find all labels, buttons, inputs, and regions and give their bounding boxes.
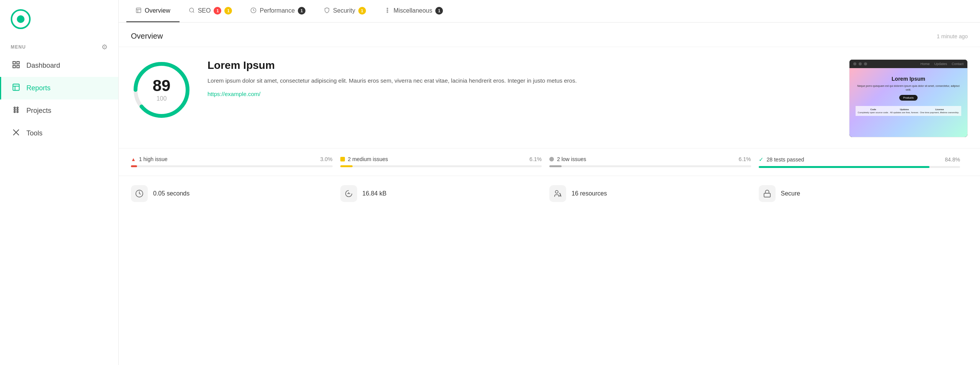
issues-row: ▲ 1 high issue 3.0% 2 medium issues 6.1%: [119, 148, 980, 176]
preview-footer-license-title: License: [920, 108, 959, 111]
tab-security-label: Security: [333, 7, 355, 14]
preview-dot-1: [853, 62, 856, 65]
overview-header: Overview 1 minute ago: [119, 23, 980, 47]
sidebar-item-dashboard[interactable]: Dashboard: [0, 54, 118, 77]
svg-rect-3: [17, 65, 19, 68]
passed-label: ✓ 28 tests passed: [759, 156, 804, 163]
site-info: Lorem Ipsum Lorem ipsum dolor sit amet, …: [207, 59, 834, 98]
preview-dot-3: [864, 62, 867, 65]
preview-footer-code: Code Completely open source code.: [858, 108, 889, 114]
tools-icon: [12, 128, 20, 139]
menu-label: MENU: [11, 44, 26, 50]
passed-pct: 84.8%: [945, 156, 960, 163]
passed-text: 28 tests passed: [767, 156, 804, 163]
high-issue-label: ▲ 1 high issue: [131, 156, 168, 162]
low-issue-bar-bg: [549, 165, 751, 167]
logo-inner: [17, 15, 24, 23]
passed-item: ✓ 28 tests passed 84.8%: [759, 156, 968, 168]
site-url[interactable]: https://example.com/: [207, 91, 260, 97]
sidebar: MENU ⚙ Dashboard Reports Projects Tool: [0, 0, 119, 365]
svg-rect-1: [17, 62, 19, 64]
settings-icon[interactable]: ⚙: [101, 43, 108, 51]
tab-seo[interactable]: SEO 1 1: [180, 0, 242, 22]
stat-resources-label: 16 resources: [572, 190, 607, 197]
svg-line-19: [193, 11, 194, 13]
stat-size-label: 16.84 kB: [363, 190, 387, 197]
tab-miscellaneous[interactable]: Miscellaneous 1: [375, 0, 452, 22]
overview-time: 1 minute ago: [937, 33, 968, 39]
overview-card: 89 100 Lorem Ipsum Lorem ipsum dolor sit…: [119, 47, 980, 148]
performance-tab-icon: [250, 7, 256, 15]
high-issue-pct: 3.0%: [320, 156, 333, 162]
medium-issue-icon: [340, 157, 345, 161]
stat-secure-icon: [759, 185, 776, 202]
seo-badge-red: 1: [214, 7, 221, 15]
medium-issue-label: 2 medium issues: [340, 156, 388, 162]
svg-point-18: [189, 8, 194, 12]
low-issue-icon: [549, 157, 554, 161]
site-description: Lorem ipsum dolor sit amet, consectetur …: [207, 76, 834, 85]
preview-dot-2: [859, 62, 862, 65]
site-preview: Home Updates Contact Lorem Ipsum Neque p…: [849, 59, 968, 137]
dashboard-label: Dashboard: [26, 62, 60, 70]
misc-tab-icon: [384, 7, 390, 15]
score-circle: 89 100: [131, 59, 192, 121]
passed-bar-bg: [759, 166, 960, 168]
high-issue-bar-bg: [131, 165, 333, 167]
tabs-bar: Overview SEO 1 1 Performance 1 Security …: [119, 0, 980, 23]
reports-label: Reports: [26, 84, 51, 92]
overview-tab-icon: [136, 7, 142, 15]
content-area: Overview 1 minute ago 89 100: [119, 23, 980, 365]
medium-issue-item: 2 medium issues 6.1%: [340, 156, 550, 167]
svg-point-29: [555, 191, 558, 193]
preview-footer-updates-title: Updates: [890, 108, 919, 111]
preview-subtext: Neque porro quisquam est qui dolorem ips…: [856, 84, 961, 92]
preview-nav: Home Updates Contact: [920, 62, 964, 66]
medium-issue-header: 2 medium issues 6.1%: [340, 156, 542, 162]
seo-tab-icon: [189, 7, 195, 15]
low-issue-label: 2 low issues: [549, 156, 586, 162]
low-issue-bar-fill: [549, 165, 562, 167]
security-tab-icon: [324, 7, 330, 15]
site-name: Lorem Ipsum: [207, 59, 834, 72]
svg-rect-4: [13, 84, 20, 91]
tab-security[interactable]: Security 1: [315, 0, 375, 22]
sidebar-item-reports[interactable]: Reports: [0, 77, 118, 99]
medium-issue-bar-fill: [340, 165, 353, 167]
score-text: 89 100: [153, 78, 171, 102]
seo-badge-yellow: 1: [224, 7, 232, 15]
svg-point-21: [387, 8, 388, 9]
projects-label: Projects: [26, 107, 51, 115]
tab-overview-label: Overview: [145, 7, 170, 14]
svg-point-23: [387, 11, 388, 13]
stat-resources-icon: [549, 185, 566, 202]
tools-label: Tools: [26, 129, 42, 137]
low-issue-pct: 6.1%: [739, 156, 751, 162]
svg-point-9: [14, 111, 16, 113]
sidebar-item-projects[interactable]: Projects: [0, 99, 118, 122]
preview-footer: Code Completely open source code. Update…: [856, 106, 961, 116]
stat-speed-icon: [131, 185, 148, 202]
high-issue-bar-fill: [131, 165, 137, 167]
sidebar-item-tools[interactable]: Tools: [0, 122, 118, 145]
tab-overview[interactable]: Overview: [126, 0, 180, 22]
overview-title: Overview: [131, 32, 163, 41]
stat-speed: 0.05 seconds: [131, 185, 340, 202]
passed-icon: ✓: [759, 156, 764, 163]
high-issue-item: ▲ 1 high issue 3.0%: [131, 156, 340, 167]
preview-footer-code-desc: Completely open source code.: [858, 111, 889, 114]
performance-badge: 1: [298, 7, 305, 15]
medium-issue-text: 2 medium issues: [348, 156, 388, 162]
svg-point-10: [17, 107, 18, 109]
preview-browser-bar: Home Updates Contact: [849, 60, 967, 68]
tab-misc-label: Miscellaneous: [394, 7, 432, 14]
logo: [0, 0, 118, 38]
dashboard-icon: [12, 60, 20, 71]
preview-nav-contact: Contact: [952, 62, 964, 66]
high-issue-header: ▲ 1 high issue 3.0%: [131, 156, 333, 162]
tab-performance[interactable]: Performance 1: [241, 0, 315, 22]
menu-header: MENU ⚙: [0, 38, 118, 54]
preview-footer-updates-desc: All updates are free, forever.: [890, 111, 919, 114]
svg-point-11: [17, 109, 18, 111]
high-issue-icon: ▲: [131, 156, 136, 162]
